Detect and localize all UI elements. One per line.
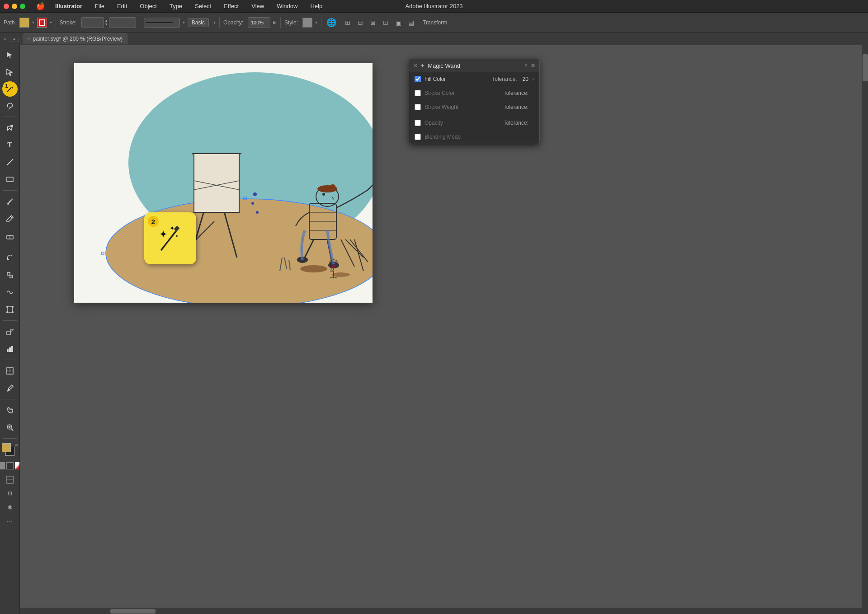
- v-scroll-thumb[interactable]: [863, 54, 868, 81]
- window-menu[interactable]: Window: [274, 2, 300, 10]
- panel-collapse-icon[interactable]: «: [524, 62, 528, 69]
- maximize-button[interactable]: [20, 4, 25, 9]
- paintbrush-tool[interactable]: [2, 193, 18, 210]
- chart-tool[interactable]: [2, 341, 18, 357]
- opacity-checkbox[interactable]: [415, 120, 421, 126]
- svg-rect-10: [7, 307, 13, 312]
- select-menu[interactable]: Select: [192, 2, 214, 10]
- tool-sep-1: [3, 117, 17, 117]
- screen-mode-icon[interactable]: ⊡: [4, 487, 16, 499]
- color-mode-icon[interactable]: [4, 474, 16, 486]
- stroke-style-arrow[interactable]: ▾: [183, 20, 185, 25]
- panel-menu-icon[interactable]: ≡: [531, 62, 535, 69]
- collapse-icon[interactable]: ▲: [10, 36, 19, 42]
- tab-close-button[interactable]: ×: [28, 36, 30, 41]
- fill-color-box[interactable]: [2, 443, 11, 452]
- stroke-options[interactable]: [109, 17, 136, 28]
- tooltip-badge: 2: [148, 216, 159, 227]
- document-tab[interactable]: × painter.svg* @ 200 % (RGB/Preview): [23, 33, 128, 44]
- svg-point-56: [251, 202, 254, 205]
- stroke-width-input[interactable]: [81, 17, 104, 28]
- symbol-sprayer-tool[interactable]: [2, 323, 18, 340]
- align-right-icon[interactable]: ⊠: [368, 17, 378, 28]
- selection-tool[interactable]: [2, 47, 18, 63]
- stroke-color-swatch[interactable]: [37, 18, 47, 28]
- direct-select-tool[interactable]: [2, 64, 18, 80]
- more-tools[interactable]: ···: [2, 517, 18, 525]
- globe-icon[interactable]: 🌐: [325, 16, 338, 29]
- align-left-icon[interactable]: ⊞: [342, 17, 353, 28]
- svg-text:✦: ✦: [159, 229, 167, 240]
- rotate-tool[interactable]: [2, 250, 18, 266]
- rect-tool[interactable]: [2, 171, 18, 187]
- vertical-scrollbar[interactable]: [862, 45, 868, 614]
- scale-tool[interactable]: [2, 267, 18, 283]
- pencil-tool[interactable]: [2, 211, 18, 227]
- effect-menu[interactable]: Effect: [221, 2, 241, 10]
- apple-menu[interactable]: 🍎: [36, 2, 45, 10]
- object-menu[interactable]: Object: [137, 2, 160, 10]
- magic-wand-panel: × ✦ Magic Wand « ≡ Fill Color Tolerance:…: [409, 59, 540, 144]
- opacity-arrow[interactable]: ▶: [273, 20, 277, 25]
- zoom-tool[interactable]: [2, 419, 18, 436]
- svg-rect-42: [194, 154, 239, 212]
- dark-swatch[interactable]: [6, 462, 14, 469]
- view-menu[interactable]: View: [249, 2, 267, 10]
- fill-color-checkbox[interactable]: [415, 76, 421, 82]
- help-menu[interactable]: Help: [307, 2, 325, 10]
- distribute-icon[interactable]: ▤: [406, 17, 416, 28]
- eraser-tool[interactable]: [2, 228, 18, 244]
- warp-tool[interactable]: [2, 284, 18, 300]
- fill-expand-arrow[interactable]: ›: [532, 76, 534, 82]
- align-center-h-icon[interactable]: ⊟: [355, 17, 366, 28]
- transform-label: Transform: [423, 19, 447, 26]
- free-transform-tool[interactable]: [2, 301, 18, 318]
- gray-swatch[interactable]: [0, 462, 5, 469]
- style-swatch[interactable]: [302, 18, 312, 28]
- minimize-button[interactable]: [12, 4, 17, 9]
- toolbar: Path ▾ ▾ Stroke: ▲ ▼ ▾ Basic ▾ Opacity: …: [0, 13, 868, 33]
- fill-color-swatch[interactable]: [19, 18, 29, 28]
- app-menu[interactable]: Illustrator: [52, 2, 85, 10]
- panel-collapse-left[interactable]: «: [4, 36, 6, 41]
- stroke-spinner[interactable]: ▲ ▼: [105, 19, 108, 26]
- svg-point-51: [330, 184, 335, 188]
- lasso-tool[interactable]: [2, 98, 18, 114]
- close-button[interactable]: [4, 4, 9, 9]
- stroke-swatch-arrow[interactable]: ▾: [50, 20, 52, 25]
- artboard-icon[interactable]: ◉: [4, 501, 16, 513]
- h-scroll-thumb[interactable]: [110, 609, 156, 614]
- magic-wand-tool-btn[interactable]: ✦ 1: [2, 81, 18, 97]
- style-arrow[interactable]: ▾: [315, 20, 317, 25]
- stroke-style-preview[interactable]: [144, 18, 180, 28]
- opacity-input[interactable]: [248, 17, 270, 28]
- edit-menu[interactable]: Edit: [114, 2, 130, 10]
- basic-style-arrow[interactable]: ▾: [213, 20, 216, 25]
- panel-close-button[interactable]: ×: [414, 62, 417, 69]
- fill-color-arrow[interactable]: ▾: [32, 20, 34, 25]
- basic-style[interactable]: Basic: [188, 18, 209, 27]
- slice-tool[interactable]: [2, 363, 18, 379]
- file-menu[interactable]: File: [92, 2, 107, 10]
- align-top-icon[interactable]: ⊡: [380, 17, 391, 28]
- none-swatch[interactable]: [15, 462, 20, 469]
- canvas-area: 2 ✦ ✦ ✦ × ✦ Ma: [20, 45, 868, 614]
- fill-tolerance-label: Tolerance:: [492, 76, 517, 82]
- type-menu[interactable]: Type: [167, 2, 185, 10]
- blending-mode-checkbox[interactable]: [415, 134, 421, 140]
- eyedropper-tool[interactable]: [2, 380, 18, 396]
- tool-sep-3: [3, 247, 17, 247]
- stroke-weight-checkbox[interactable]: [415, 104, 421, 110]
- swap-colors-icon[interactable]: ⇄: [15, 443, 18, 447]
- artboard: 2 ✦ ✦ ✦: [74, 63, 373, 303]
- pen-tool[interactable]: [2, 120, 18, 136]
- svg-point-11: [6, 306, 8, 308]
- tool-badge-1: 1: [3, 82, 10, 89]
- panel-row-stroke-weight: Stroke Weight Tolerance:: [409, 100, 539, 114]
- text-tool[interactable]: T: [2, 137, 18, 153]
- stroke-color-checkbox[interactable]: [415, 90, 421, 96]
- hand-tool[interactable]: [2, 402, 18, 418]
- horizontal-scrollbar[interactable]: [20, 608, 862, 614]
- line-tool[interactable]: [2, 154, 18, 170]
- align-middle-v-icon[interactable]: ▣: [393, 17, 404, 28]
